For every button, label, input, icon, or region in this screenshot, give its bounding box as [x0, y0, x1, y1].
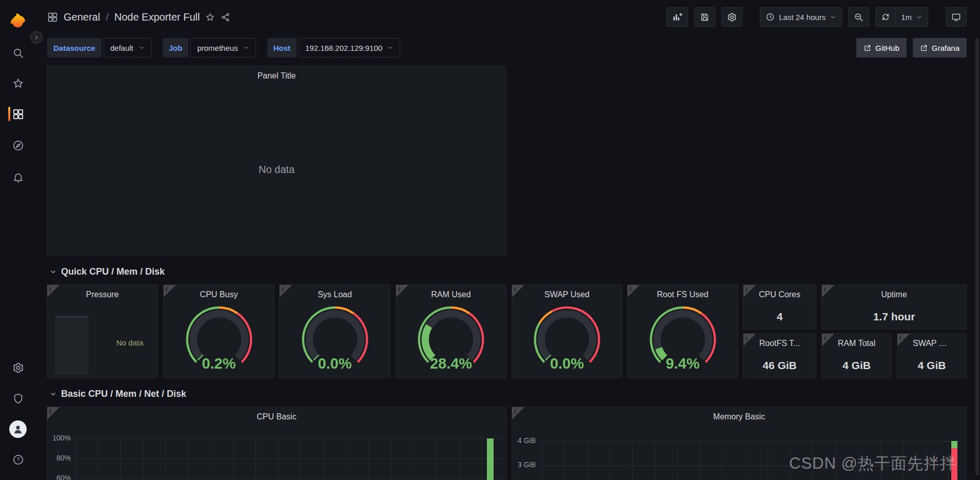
panel-title[interactable]: Pressure — [63, 290, 142, 299]
row-title: Basic CPU / Mem / Net / Disk — [61, 389, 186, 399]
share-dashboard-button[interactable] — [221, 12, 230, 22]
info-icon: i — [166, 285, 167, 293]
variable-label-host[interactable]: Host — [267, 38, 297, 57]
gear-icon — [12, 362, 24, 374]
panel-title[interactable]: RAM Used — [411, 290, 491, 299]
panel-title[interactable]: CPU Busy — [179, 290, 259, 299]
sidebar-item-profile[interactable] — [0, 420, 36, 438]
panel-title[interactable]: Uptime — [837, 290, 951, 299]
sidebar-item-explore[interactable] — [0, 140, 36, 151]
panel-info-corner[interactable]: i — [628, 285, 640, 297]
panel-title[interactable]: CPU Basic — [63, 412, 491, 421]
grafana-link-button[interactable]: Grafana — [913, 38, 967, 57]
add-panel-button[interactable] — [667, 7, 688, 27]
sidebar-item-search[interactable] — [0, 47, 36, 59]
panel-title[interactable]: Sys Load — [295, 290, 375, 299]
stat-value: 4 GiB — [822, 359, 891, 372]
panel-swap-total: i SWAP Total 4 GiB — [897, 333, 967, 378]
info-icon: i — [282, 285, 283, 293]
star-dashboard-button[interactable] — [205, 12, 215, 22]
chevron-down-icon — [139, 45, 145, 51]
panel-title[interactable]: SWAP Total — [913, 339, 951, 348]
dashboard-settings-button[interactable] — [721, 7, 742, 27]
sidebar-item-starred[interactable] — [0, 78, 36, 89]
grafana-logo[interactable] — [0, 12, 36, 31]
sys-load-gauge: 0.0% — [293, 301, 377, 373]
panel-info-corner[interactable]: i — [743, 334, 756, 346]
active-section-indicator — [8, 107, 10, 121]
vertical-scrollbar[interactable] — [975, 38, 979, 475]
variable-value-job[interactable]: prometheus — [190, 38, 256, 57]
clock-icon — [766, 12, 775, 22]
panel-info-corner[interactable]: i — [164, 285, 176, 297]
zoom-out-time-button[interactable] — [848, 7, 869, 27]
gauge-value: 28.4% — [409, 355, 493, 372]
info-icon: i — [746, 285, 747, 293]
row-basic-cpu-mem-net-disk[interactable]: Basic CPU / Mem / Net / Disk — [49, 387, 186, 400]
variable-job: Job prometheus — [163, 38, 256, 57]
panel-title[interactable]: RootFS T... — [759, 339, 800, 348]
panel-info-corner[interactable]: i — [822, 285, 834, 297]
apps-grid-icon — [47, 12, 58, 23]
sidebar-item-alerting[interactable] — [0, 171, 36, 183]
sidebar-item-server-admin[interactable] — [0, 393, 36, 405]
panel-info-corner[interactable]: i — [47, 407, 60, 419]
sidebar-item-dashboards[interactable] — [0, 108, 36, 120]
variable-label-datasource[interactable]: Datasource — [47, 38, 102, 57]
dashboard-title[interactable]: Node Exporter Full — [114, 11, 200, 23]
shield-icon — [12, 393, 24, 405]
panel-info-corner[interactable]: i — [396, 285, 408, 297]
sidebar-item-configuration[interactable] — [0, 362, 36, 374]
cpu-basic-plot[interactable] — [75, 438, 502, 480]
github-link-button[interactable]: GitHub — [856, 38, 907, 57]
panel-title[interactable]: SWAP Used — [527, 290, 606, 299]
variable-label-job[interactable]: Job — [163, 38, 189, 57]
cycle-view-mode-button[interactable] — [946, 7, 967, 27]
panel-ram-total: i RAM Total 4 GiB — [821, 333, 892, 378]
variable-value-text: default — [110, 44, 133, 52]
swap-used-gauge: 0.0% — [525, 301, 609, 373]
breadcrumb-section[interactable]: General — [64, 11, 100, 23]
panel-title[interactable]: RAM Total — [837, 339, 876, 348]
y-axis-tick: 80% — [47, 454, 71, 462]
row-quick-cpu-mem-disk[interactable]: Quick CPU / Mem / Disk — [49, 265, 165, 278]
save-dashboard-button[interactable] — [694, 7, 715, 27]
link-label: GitHub — [875, 44, 899, 52]
panel-info-corner[interactable]: i — [47, 285, 60, 297]
variable-value-datasource[interactable]: default — [104, 38, 151, 57]
panel-rootfs-total: i RootFS T... 46 GiB — [743, 333, 816, 378]
panel-title[interactable]: Panel Title — [63, 71, 491, 81]
panel-root-fs-used: i Root FS Used 9.4% — [627, 284, 738, 378]
panel-info-corner[interactable]: i — [743, 285, 756, 297]
info-icon: i — [49, 285, 51, 293]
gear-icon — [727, 12, 737, 22]
gauge-value: 9.4% — [641, 355, 725, 372]
memory-free-bar — [951, 441, 957, 448]
info-icon: i — [398, 285, 400, 293]
refresh-interval-picker[interactable]: 1m — [895, 7, 928, 27]
panel-title[interactable]: Memory Basic — [527, 412, 951, 421]
panel-info-corner[interactable]: i — [897, 334, 910, 346]
chevron-down-icon — [916, 14, 923, 21]
gauge-value: 0.0% — [293, 355, 377, 372]
refresh-button-group: 1m — [875, 7, 928, 27]
sidebar-expand-button[interactable] — [30, 31, 43, 44]
panel-info-corner[interactable]: i — [512, 285, 524, 297]
panel-swap-used: i SWAP Used 0.0% — [512, 284, 622, 378]
variable-value-host[interactable]: 192.168.202.129:9100 — [299, 38, 400, 57]
refresh-button[interactable] — [875, 7, 896, 27]
time-range-picker[interactable]: Last 24 hours — [760, 7, 842, 27]
dashboard-breadcrumb-icon[interactable] — [47, 12, 58, 23]
panel-title[interactable]: CPU Cores — [759, 290, 800, 299]
sidebar-item-help[interactable]: ? — [0, 454, 36, 466]
panel-title[interactable]: Root FS Used — [643, 290, 722, 299]
chevron-down-icon — [830, 14, 836, 21]
sidebar: ? — [0, 0, 36, 480]
cpu-busy-gauge: 0.2% — [177, 301, 261, 373]
search-icon — [12, 47, 24, 59]
panel-info-corner[interactable]: i — [822, 334, 834, 346]
panel-info-corner[interactable]: i — [280, 285, 292, 297]
dashboards-grid-icon — [12, 108, 24, 120]
svg-text:?: ? — [16, 456, 19, 463]
panel-info-corner[interactable]: i — [512, 407, 524, 419]
